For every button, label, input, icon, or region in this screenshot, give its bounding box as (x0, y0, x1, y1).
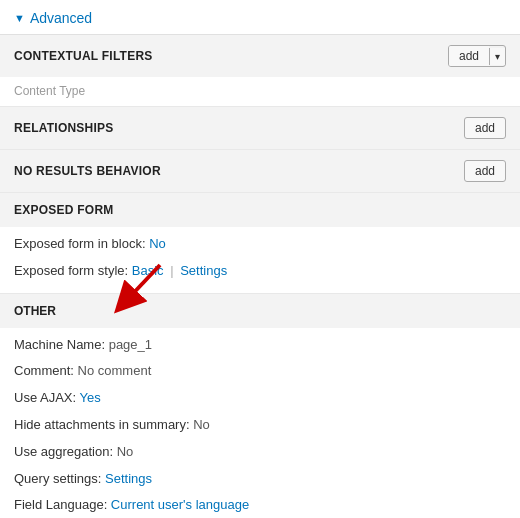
contextual-filters-content: Content Type (0, 77, 520, 106)
other-row-link-5[interactable]: Settings (105, 471, 152, 486)
other-rows: Machine Name: page_1Comment: No commentU… (0, 328, 520, 518)
exposed-form-basic-link[interactable]: Basic (132, 263, 167, 278)
no-results-add-button[interactable]: add (464, 160, 506, 182)
advanced-label: Advanced (30, 10, 92, 26)
other-row-label-0: Machine Name: (14, 337, 109, 352)
other-row-label-2: Use AJAX: (14, 390, 80, 405)
no-results-header: NO RESULTS BEHAVIOR add (0, 150, 520, 192)
exposed-form-style-label: Exposed form style: (14, 263, 128, 278)
relationships-add-button[interactable]: add (464, 117, 506, 139)
contextual-filters-section: CONTEXTUAL FILTERS add ▾ Content Type (0, 35, 520, 107)
exposed-form-section: EXPOSED FORM Exposed form in block: No E… (0, 193, 520, 294)
no-results-section: NO RESULTS BEHAVIOR add (0, 150, 520, 193)
contextual-filters-add-group[interactable]: add ▾ (448, 45, 506, 67)
contextual-filters-header: CONTEXTUAL FILTERS add ▾ (0, 35, 520, 77)
contextual-filters-add-dropdown[interactable]: ▾ (489, 48, 505, 65)
contextual-filters-title: CONTEXTUAL FILTERS (14, 49, 153, 63)
other-row-label-5: Query settings: (14, 471, 105, 486)
other-row-value-3: No (193, 417, 210, 432)
other-row-6: Field Language: Current user's language (14, 492, 506, 518)
other-row-label-3: Hide attachments in summary: (14, 417, 193, 432)
contextual-filters-add-button[interactable]: add (449, 46, 489, 66)
other-row-3: Hide attachments in summary: No (14, 412, 506, 439)
relationships-title: RELATIONSHIPS (14, 121, 114, 135)
contextual-filters-placeholder: Content Type (14, 82, 85, 100)
advanced-toggle[interactable]: ▼ Advanced (0, 0, 520, 35)
other-row-link-6[interactable]: Current user's language (111, 497, 249, 512)
style-separator: | (170, 263, 173, 278)
other-row-value-4: No (117, 444, 134, 459)
other-row-value-2: Yes (80, 390, 101, 405)
other-row-1: Comment: No comment (14, 358, 506, 385)
other-row-value-0: page_1 (109, 337, 152, 352)
other-title: OTHER (0, 294, 520, 328)
other-row-2: Use AJAX: Yes (14, 385, 506, 412)
exposed-form-in-block-row: Exposed form in block: No (14, 231, 506, 258)
exposed-form-title: EXPOSED FORM (14, 203, 114, 217)
exposed-form-in-block-label: Exposed form in block: (14, 236, 146, 251)
other-row-value-1: No comment (78, 363, 152, 378)
other-section: OTHER Machine Name: page_1Comment: No co… (0, 294, 520, 518)
other-row-label-6: Field Language: (14, 497, 111, 512)
relationships-section: RELATIONSHIPS add (0, 107, 520, 150)
exposed-form-rows: Exposed form in block: No Exposed form s… (0, 227, 520, 293)
no-results-title: NO RESULTS BEHAVIOR (14, 164, 161, 178)
exposed-form-header: EXPOSED FORM (0, 193, 520, 227)
exposed-form-style-row: Exposed form style: Basic | Settings (14, 258, 506, 285)
exposed-form-in-block-value: No (149, 236, 166, 251)
other-row-label-4: Use aggregation: (14, 444, 117, 459)
other-row-label-1: Comment: (14, 363, 78, 378)
advanced-arrow-icon: ▼ (14, 12, 25, 24)
relationships-header: RELATIONSHIPS add (0, 107, 520, 149)
exposed-form-settings-link[interactable]: Settings (180, 263, 227, 278)
other-row-5: Query settings: Settings (14, 466, 506, 493)
other-row-0: Machine Name: page_1 (14, 332, 506, 359)
other-row-4: Use aggregation: No (14, 439, 506, 466)
